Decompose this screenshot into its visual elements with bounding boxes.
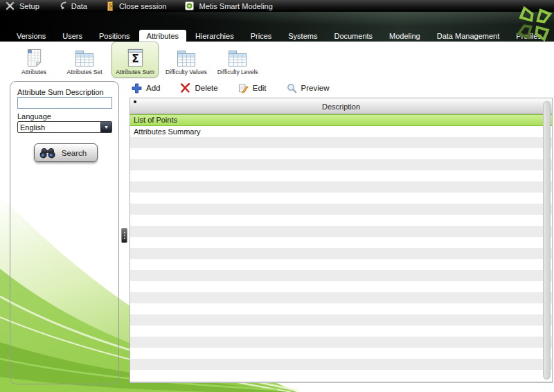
table-row-empty[interactable] [130, 337, 552, 348]
search-button-label: Search [56, 149, 92, 157]
edit-icon [238, 83, 249, 93]
menu-item-data[interactable]: Data [58, 1, 87, 10]
column-header-description: Description [322, 103, 360, 111]
action-button-label: Delete [195, 84, 217, 92]
table-row-empty[interactable] [130, 215, 552, 226]
tab-data-management[interactable]: Data Management [429, 30, 508, 42]
close-session-icon [106, 1, 114, 11]
table-row[interactable]: List of Points [130, 114, 552, 126]
table-row-empty[interactable] [130, 148, 552, 159]
tab-bar: VersionsUsersPositionsAttributesHierarch… [9, 30, 551, 42]
sigma-table-icon: Σ [125, 46, 145, 68]
tools-icon [6, 1, 15, 10]
table-row-empty[interactable] [130, 170, 552, 181]
table-row-empty[interactable] [130, 348, 552, 359]
table-body: List of PointsAttributes Summary [130, 114, 552, 383]
ribbon-item-attributes-set[interactable]: Attributes Set [61, 42, 108, 78]
tab-prices[interactable]: Prices [243, 30, 280, 42]
group-dot-icon [134, 100, 136, 103]
delete-button[interactable]: Delete [180, 83, 217, 93]
tab-users[interactable]: Users [55, 30, 90, 42]
description-input[interactable] [17, 97, 112, 109]
language-select[interactable]: English ▼ [17, 121, 112, 133]
ribbon-item-label: Difficulty Levels [217, 69, 258, 75]
menu-item-label: Metis Smart Modeling [199, 2, 272, 10]
table-row-empty[interactable] [130, 314, 552, 326]
ribbon-item-label: Attributes Set [66, 69, 102, 75]
language-select-value: English [18, 123, 100, 132]
table-header[interactable]: Description [130, 98, 552, 114]
table-row-empty[interactable] [130, 237, 552, 248]
chevron-down-icon[interactable]: ▼ [100, 122, 111, 132]
action-button-label: Edit [253, 84, 267, 92]
tab-hierarchies[interactable]: Hierarchies [188, 30, 242, 42]
preview-button[interactable]: Preview [287, 83, 330, 93]
table-row-empty[interactable] [130, 370, 552, 381]
table-row-empty[interactable] [130, 193, 552, 204]
menu-item-label: Data [71, 2, 87, 10]
ribbon-item-label: Difficulty Values [166, 69, 207, 75]
svg-text:Σ: Σ [132, 53, 139, 65]
table-row-empty[interactable] [130, 270, 552, 281]
action-button-label: Preview [301, 84, 330, 92]
difficulty-values-table-icon [176, 46, 197, 68]
results-table: Description List of PointsAttributes Sum… [129, 98, 553, 383]
menu-item-label: Close session [119, 2, 166, 10]
search-panel: Attribute Sum Description Language Engli… [10, 81, 119, 384]
ribbon-item-label: Attributes [21, 69, 46, 75]
ribbon-item-difficulty-levels[interactable]: Difficulty Levels [214, 42, 262, 78]
action-toolbar: AddDeleteEditPreview [132, 79, 329, 97]
header-band: VersionsUsersPositionsAttributesHierarch… [0, 12, 554, 42]
table-row-empty[interactable] [130, 381, 552, 383]
menubar: SetupDataClose sessionMetis Smart Modeli… [0, 0, 554, 12]
tab-versions[interactable]: Versions [9, 30, 53, 42]
ribbon-item-attributes-sum[interactable]: ΣAttributes Sum [111, 42, 159, 78]
attributes-page-icon [24, 46, 44, 68]
menu-item-metis-smart-modeling[interactable]: Metis Smart Modeling [185, 1, 272, 10]
table-row-empty[interactable] [130, 226, 552, 237]
table-row-empty[interactable] [130, 181, 552, 193]
ribbon-toolbar: AttributesAttributes SetΣAttributes SumD… [0, 42, 554, 78]
table-row-empty[interactable] [130, 204, 552, 215]
tab-documents[interactable]: Documents [326, 30, 380, 42]
language-label: Language [17, 112, 51, 121]
ribbon-item-label: Attributes Sum [116, 69, 154, 75]
ribbon-item-attributes[interactable]: Attributes [10, 42, 57, 78]
description-label: Attribute Sum Description [17, 88, 104, 96]
action-button-label: Add [146, 84, 160, 92]
table-row-empty[interactable] [130, 137, 552, 148]
table-row-empty[interactable] [130, 292, 552, 303]
data-icon [58, 1, 66, 10]
menu-item-label: Setup [19, 2, 39, 10]
preview-icon [287, 83, 297, 93]
tab-systems[interactable]: Systems [280, 30, 325, 42]
attributes-set-table-icon [74, 46, 95, 68]
difficulty-levels-table-icon [227, 46, 248, 68]
tab-attributes[interactable]: Attributes [139, 30, 186, 42]
delete-icon [180, 83, 190, 93]
table-row-empty[interactable] [130, 281, 552, 292]
vertical-scrollbar[interactable] [543, 101, 551, 380]
table-row-empty[interactable] [130, 303, 552, 314]
menu-item-close-session[interactable]: Close session [106, 1, 166, 11]
add-button[interactable]: Add [132, 83, 160, 93]
splitter-handle[interactable] [121, 228, 127, 243]
tab-modeling[interactable]: Modeling [382, 30, 428, 42]
metis-app-icon [185, 1, 194, 10]
metis-logo-icon [515, 5, 553, 42]
table-row-empty[interactable] [130, 326, 552, 337]
binoculars-icon [39, 148, 56, 159]
table-row-empty[interactable] [130, 259, 552, 270]
table-row-empty[interactable] [130, 159, 552, 170]
table-row-empty[interactable] [130, 248, 552, 259]
edit-button[interactable]: Edit [238, 83, 267, 93]
table-row[interactable]: Attributes Summary [130, 126, 552, 137]
tab-positions[interactable]: Positions [91, 30, 138, 42]
menu-item-setup[interactable]: Setup [6, 1, 39, 10]
search-button[interactable]: Search [34, 143, 98, 162]
add-icon [132, 83, 142, 93]
ribbon-item-difficulty-values[interactable]: Difficulty Values [162, 42, 211, 78]
table-row-empty[interactable] [130, 359, 552, 370]
